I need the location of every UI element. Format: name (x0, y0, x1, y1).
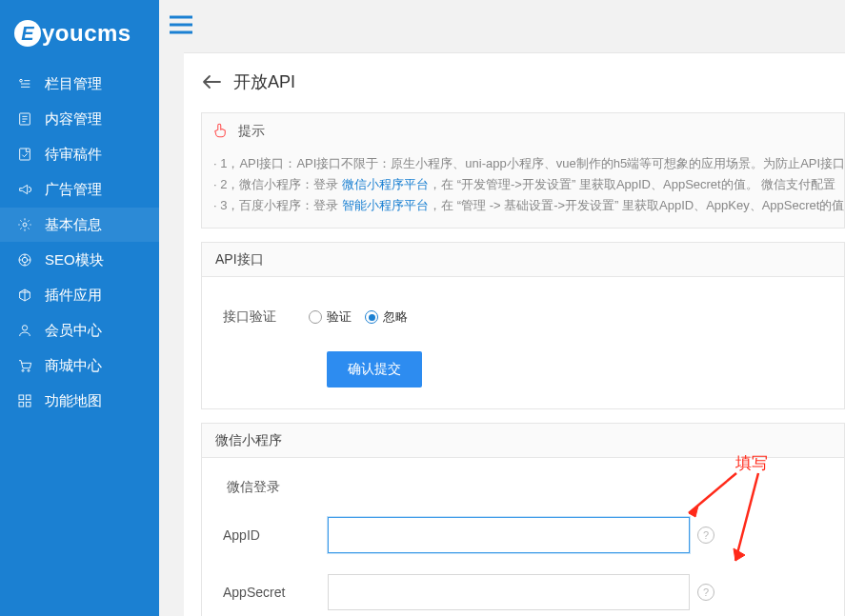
sidebar-item-seo-module[interactable]: SEO模块 (0, 243, 159, 277)
sidebar-item-label: 待审稿件 (45, 146, 102, 164)
logo-icon: E (14, 20, 41, 47)
basic-info-icon (17, 217, 32, 232)
wechat-platform-link[interactable]: 微信小程序平台 (342, 177, 429, 191)
sidebar-item-member-center[interactable]: 会员中心 (0, 313, 159, 348)
radio-ignore[interactable]: 忽略 (365, 308, 408, 326)
hand-pointer-icon (211, 122, 231, 141)
sidebar-item-basic-info[interactable]: 基本信息 (0, 208, 159, 242)
svg-rect-12 (26, 402, 30, 407)
tip-box: 提示 · 1，API接口：API接口不限于：原生小程序、uni-app小程序、v… (201, 112, 845, 229)
ad-manage-icon (17, 182, 32, 197)
main: 开放API 提示 · 1，API接口：API接口不限于：原生小程序、uni-ap… (159, 0, 845, 616)
sidebar-item-label: 基本信息 (45, 216, 102, 234)
content: 开放API 提示 · 1，API接口：API接口不限于：原生小程序、uni-ap… (184, 52, 845, 616)
svg-point-6 (22, 326, 27, 330)
svg-rect-9 (19, 395, 24, 400)
svg-point-0 (20, 79, 23, 82)
sidebar-item-label: 内容管理 (45, 110, 102, 129)
sidebar-item-feature-map[interactable]: 功能地图 (0, 384, 159, 418)
sidebar-item-content-manage[interactable]: 内容管理 (0, 102, 159, 136)
sidebar-item-plugin-app[interactable]: 插件应用 (0, 278, 159, 312)
sidebar-item-label: 栏目管理 (45, 75, 102, 93)
plugin-app-icon (17, 288, 32, 303)
pending-review-icon (17, 147, 32, 162)
sidebar-item-ad-manage[interactable]: 广告管理 (0, 172, 159, 207)
page-title: 开放API (233, 70, 295, 93)
appsecret-label: AppSecret (223, 585, 328, 600)
help-icon[interactable]: ? (697, 584, 714, 601)
svg-rect-10 (26, 395, 30, 400)
radio-verify[interactable]: 验证 (309, 308, 352, 326)
menu-toggle-icon[interactable] (169, 14, 193, 38)
sidebar-item-label: 商城中心 (45, 357, 102, 375)
topbar (159, 0, 845, 52)
svg-line-18 (735, 473, 758, 561)
sidebar-item-label: SEO模块 (45, 251, 104, 269)
sidebar-item-label: 插件应用 (45, 287, 102, 305)
back-arrow-icon[interactable] (201, 71, 222, 92)
sidebar-item-pending-review[interactable]: 待审稿件 (0, 137, 159, 171)
annotation-arrow-2 (722, 469, 770, 574)
sidebar-item-mall-center[interactable]: 商城中心 (0, 348, 159, 383)
sidebar-item-label: 广告管理 (45, 181, 102, 199)
api-section-head: API接口 (202, 243, 844, 277)
appid-label: AppID (223, 527, 328, 543)
appid-input[interactable] (328, 517, 690, 553)
logo-text: youcms (42, 20, 131, 47)
submit-button[interactable]: 确认提交 (327, 351, 422, 387)
svg-rect-11 (19, 402, 24, 407)
svg-point-3 (23, 223, 27, 227)
svg-point-8 (28, 369, 30, 371)
wechat-section: 微信小程序 微信登录 AppID ? AppSecret ? (201, 423, 845, 616)
verify-radio-group: 验证 忽略 (309, 308, 415, 326)
svg-rect-2 (20, 149, 30, 160)
feature-map-icon (17, 393, 32, 408)
member-center-icon (17, 323, 32, 338)
verify-label: 接口验证 (223, 308, 309, 326)
wechat-section-head: 微信小程序 (202, 424, 844, 458)
api-section: API接口 接口验证 验证 忽略 确认提交 (201, 242, 845, 409)
logo: E youcms (0, 0, 159, 67)
sidebar-item-label: 会员中心 (45, 322, 102, 340)
svg-point-5 (22, 257, 27, 262)
sidebar: E youcms 栏目管理内容管理待审稿件广告管理基本信息SEO模块插件应用会员… (0, 0, 159, 616)
mall-center-icon (17, 358, 32, 373)
tip-line-2: · 2，微信小程序：登录 微信小程序平台，在 “开发管理->开发设置” 里获取A… (213, 174, 844, 195)
tip-line-3: · 3，百度小程序：登录 智能小程序平台，在 “管理 -> 基础设置->开发设置… (213, 195, 844, 216)
help-icon[interactable]: ? (697, 527, 714, 544)
appsecret-input[interactable] (328, 574, 690, 610)
content-manage-icon (17, 111, 32, 127)
sidebar-item-label: 功能地图 (45, 392, 102, 410)
tip-head-text: 提示 (238, 123, 265, 140)
tip-line-1: · 1，API接口：API接口不限于：原生小程序、uni-app小程序、vue制… (213, 153, 844, 174)
svg-point-7 (22, 369, 24, 371)
seo-module-icon (17, 252, 32, 268)
column-manage-icon (17, 76, 32, 91)
sidebar-item-column-manage[interactable]: 栏目管理 (0, 67, 159, 101)
baidu-platform-link[interactable]: 智能小程序平台 (342, 198, 429, 212)
